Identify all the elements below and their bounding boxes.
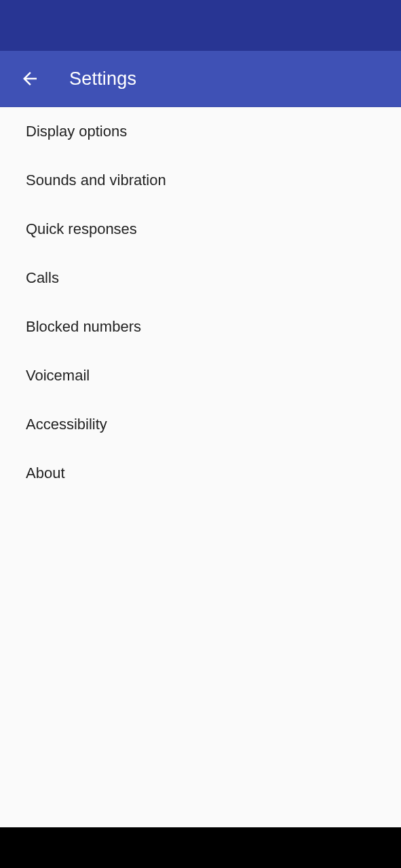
settings-item-quick-responses[interactable]: Quick responses bbox=[0, 205, 401, 254]
list-item-label: Blocked numbers bbox=[26, 318, 141, 336]
arrow-back-icon bbox=[20, 68, 40, 89]
settings-list: Display options Sounds and vibration Qui… bbox=[0, 107, 401, 827]
list-item-label: Sounds and vibration bbox=[26, 172, 166, 189]
settings-item-accessibility[interactable]: Accessibility bbox=[0, 400, 401, 449]
settings-item-blocked-numbers[interactable]: Blocked numbers bbox=[0, 302, 401, 351]
list-item-label: Accessibility bbox=[26, 416, 107, 433]
settings-item-sounds-and-vibration[interactable]: Sounds and vibration bbox=[0, 156, 401, 205]
list-item-label: Voicemail bbox=[26, 367, 90, 384]
settings-item-about[interactable]: About bbox=[0, 449, 401, 498]
settings-item-voicemail[interactable]: Voicemail bbox=[0, 351, 401, 400]
settings-item-calls[interactable]: Calls bbox=[0, 254, 401, 302]
list-item-label: About bbox=[26, 465, 65, 482]
list-item-label: Display options bbox=[26, 123, 127, 140]
page-title: Settings bbox=[69, 68, 136, 90]
navigation-bar bbox=[0, 827, 401, 868]
back-button[interactable] bbox=[16, 65, 43, 92]
list-item-label: Quick responses bbox=[26, 220, 137, 238]
settings-item-display-options[interactable]: Display options bbox=[0, 107, 401, 156]
status-bar bbox=[0, 0, 401, 51]
list-item-label: Calls bbox=[26, 269, 59, 287]
app-bar: Settings bbox=[0, 51, 401, 107]
